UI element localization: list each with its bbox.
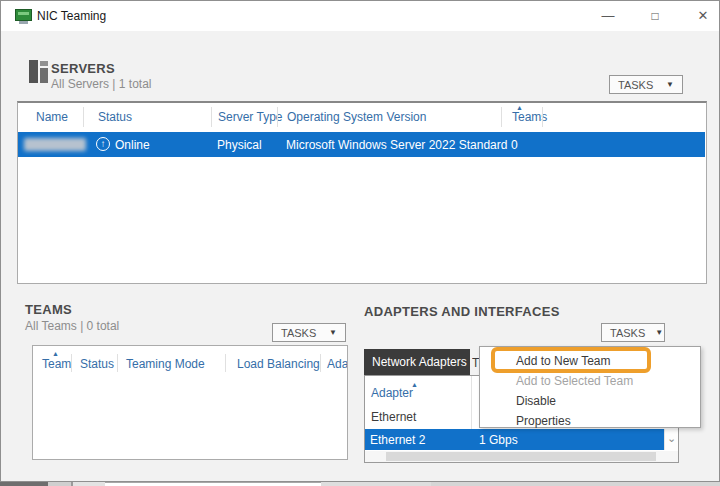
servers-col-os-version[interactable]: Operating System Version — [287, 110, 426, 124]
teams-table: Team Status Teaming Mode Load Balancing … — [32, 345, 348, 460]
adapters-tasks-button[interactable]: TASKS ▼ — [601, 323, 665, 342]
server-name-redacted — [24, 138, 86, 151]
adapter-row-ethernet[interactable]: Ethernet — [371, 410, 416, 424]
minimize-button[interactable]: — — [593, 6, 623, 26]
servers-icon — [29, 60, 49, 83]
chevron-down-icon: ▼ — [655, 328, 663, 337]
teams-subheading: All Teams | 0 total — [25, 319, 119, 333]
horizontal-scrollbar[interactable] — [365, 451, 678, 462]
adapters-col-adapter[interactable]: Adapter — [371, 386, 413, 400]
menu-item-properties[interactable]: Properties — [516, 414, 571, 428]
orange-highlight-annotation — [491, 347, 651, 373]
teams-col-team[interactable]: Team — [42, 357, 71, 371]
server-type: Physical — [217, 138, 262, 152]
server-status: Online — [115, 138, 150, 152]
teams-col-load-balancing[interactable]: Load Balancing — [237, 357, 320, 371]
teams-col-adapters[interactable]: Ada — [327, 357, 348, 371]
servers-table: Name Status Server Type Operating System… — [17, 101, 707, 284]
servers-col-status[interactable]: Status — [98, 110, 132, 124]
tab-network-adapters[interactable]: Network Adapters — [364, 349, 470, 375]
title-bar: NIC Teaming — □ ✕ — [1, 1, 719, 31]
adapter-name: Ethernet 2 — [370, 433, 425, 447]
menu-item-add-to-selected-team: Add to Selected Team — [516, 374, 633, 388]
servers-col-name[interactable]: Name — [36, 110, 68, 124]
window-title: NIC Teaming — [37, 9, 106, 23]
menu-item-disable[interactable]: Disable — [516, 394, 556, 408]
teams-col-status[interactable]: Status — [80, 357, 114, 371]
adapters-heading: ADAPTERS AND INTERFACES — [364, 304, 560, 319]
adapter-speed: 1 Gbps — [479, 433, 518, 447]
server-row[interactable]: ↑ Online Physical Microsoft Windows Serv… — [18, 132, 705, 157]
vertical-scrollbar-down[interactable]: ⌄ — [664, 429, 678, 450]
chevron-down-icon: ▼ — [666, 80, 674, 89]
server-teams-count: 0 — [511, 138, 518, 152]
status-online-icon: ↑ — [96, 137, 110, 151]
servers-col-server-type[interactable]: Server Type — [218, 110, 282, 124]
servers-subheading: All Servers | 1 total — [51, 77, 152, 91]
server-os-version: Microsoft Windows Server 2022 Standard — [286, 138, 507, 152]
monitor-icon — [15, 9, 32, 21]
servers-tasks-button[interactable]: TASKS ▼ — [609, 75, 683, 94]
adapter-row-ethernet2[interactable]: Ethernet 2 1 Gbps — [365, 429, 664, 450]
nic-teaming-window: NIC Teaming — □ ✕ SERVERS All Servers | … — [0, 0, 720, 482]
nic-teaming-app-icon — [15, 9, 32, 24]
servers-heading: SERVERS — [51, 61, 115, 76]
maximize-button[interactable]: □ — [640, 6, 670, 26]
teams-col-teaming-mode[interactable]: Teaming Mode — [126, 357, 205, 371]
close-button[interactable]: ✕ — [688, 6, 718, 26]
teams-tasks-button[interactable]: TASKS ▼ — [272, 323, 346, 342]
sort-asc-icon: ▲ — [516, 104, 523, 111]
background-window-edge — [0, 482, 720, 486]
sort-asc-icon: ▲ — [411, 381, 418, 388]
horizontal-scrollbar-thumb[interactable] — [386, 452, 656, 461]
chevron-down-icon: ▼ — [329, 328, 337, 337]
sort-asc-icon: ▲ — [52, 350, 59, 357]
teams-heading: TEAMS — [25, 302, 72, 317]
